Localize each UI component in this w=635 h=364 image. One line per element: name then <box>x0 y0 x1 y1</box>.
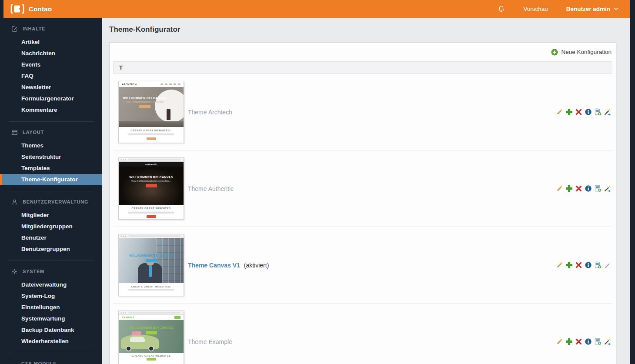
preview-link[interactable]: Vorschau <box>523 6 548 12</box>
sidebar-item-artikel[interactable]: Artikel <box>0 37 102 48</box>
duplicate-plus-icon[interactable] <box>565 108 573 116</box>
browser-dot <box>125 312 126 314</box>
sidebar-item-newsletter[interactable]: Newsletter <box>0 82 102 93</box>
thumb-site-header: authentic <box>119 162 184 167</box>
theme-row: ARCHTECH WILLKOMMEN BEI CANVAS Viele Far… <box>113 74 612 150</box>
sidebar-item-dateiverwaltung[interactable]: Dateiverwaltung <box>0 279 102 291</box>
sidebar-divider <box>9 260 94 261</box>
save-as-new-theme-icon[interactable] <box>594 338 602 346</box>
sidebar-item-mitglieder[interactable]: Mitglieder <box>0 210 102 221</box>
info-icon[interactable] <box>584 185 592 193</box>
delete-x-icon[interactable] <box>575 185 582 193</box>
edit-pencil-icon[interactable] <box>555 261 563 269</box>
page-title: Theme-Konfigurator <box>109 25 180 34</box>
sidebar-item-wiederherstellen[interactable]: Wiederherstellen <box>0 336 102 347</box>
thumb-car-wheel <box>148 346 154 351</box>
notifications-button[interactable] <box>498 5 505 13</box>
theme-thumbnail[interactable]: EXAMPLE WILLKOMMEN BEI CANVAS <box>118 311 184 364</box>
sidebar-header-system[interactable]: SYSTEM <box>0 267 102 276</box>
sidebar-header-inhalte[interactable]: INHALTE <box>0 24 102 33</box>
brand-name: Contao <box>29 5 52 13</box>
save-as-new-theme-icon[interactable] <box>594 108 602 116</box>
theme-row: authentic WILLKOMMEN BEI CANVAS Viele Fa… <box>113 150 612 227</box>
thumb-browser-bar <box>119 158 184 162</box>
sidebar-item-einstellungen[interactable]: Einstellungen <box>0 302 102 313</box>
thumb-hero: WILLKOMMEN BEI CANVAS <box>119 320 184 353</box>
chevron-down-icon <box>614 7 618 10</box>
section-label: LAYOUT <box>23 130 44 135</box>
delete-x-icon[interactable] <box>575 108 582 116</box>
theme-thumbnail[interactable]: WILLKOMMEN BEI CANVAS CREATE GREAT WEBSI… <box>118 234 184 296</box>
theme-active-suffix: (aktiviert) <box>244 262 269 269</box>
section-label: CTS-MODULE <box>21 361 57 364</box>
thumb-hero-button <box>139 105 150 108</box>
theme-name-link[interactable]: Theme Canvas V1 <box>188 262 240 269</box>
bell-icon <box>498 5 505 13</box>
theme-name-link[interactable]: Theme Example <box>188 338 232 345</box>
sidebar-item-templates[interactable]: Templates <box>0 163 102 174</box>
contao-logo-link[interactable]: Contao <box>3 4 52 14</box>
delete-x-icon[interactable] <box>575 261 582 269</box>
sidebar-item-mitgliedergruppen[interactable]: Mitgliedergruppen <box>0 221 102 232</box>
save-as-new-theme-icon[interactable] <box>594 261 602 269</box>
thumb-hero: WILLKOMMEN BEI CANVAS Viele Farbkombinat… <box>119 87 184 127</box>
group-header: T <box>113 61 612 74</box>
sidebar-item-faq[interactable]: FAQ <box>0 70 102 82</box>
sidebar-item-themes[interactable]: Themes <box>0 140 102 151</box>
sidebar-item-benutzergruppen[interactable]: Benutzergruppen <box>0 244 102 255</box>
user-menu-button[interactable]: Benutzer admin <box>566 6 618 12</box>
info-icon[interactable] <box>584 108 592 116</box>
activate-theme-wand-icon[interactable] <box>603 185 611 193</box>
sidebar-header-benutzerverwaltung[interactable]: BENUTZERVERWALTUNG <box>0 197 102 207</box>
theme-thumbnail[interactable]: ARCHTECH WILLKOMMEN BEI CANVAS Viele Far… <box>118 81 184 143</box>
sidebar-item-formulargenerator[interactable]: Formulargenerator <box>0 93 102 104</box>
sidebar-item-kommentare[interactable]: Kommentare <box>0 104 102 116</box>
sidebar-item-theme-konfigurator[interactable]: Theme-Konfigurator <box>0 174 102 185</box>
sidebar-section-layout: LAYOUT Themes Seitenstruktur Templates T… <box>0 127 102 185</box>
activate-theme-wand-icon[interactable] <box>603 108 611 116</box>
sidebar-item-nachrichten[interactable]: Nachrichten <box>0 48 102 59</box>
theme-row: EXAMPLE WILLKOMMEN BEI CANVAS <box>113 304 612 364</box>
edit-pencil-icon[interactable] <box>555 185 563 193</box>
duplicate-plus-icon[interactable] <box>565 185 573 193</box>
theme-name-link[interactable]: Theme Archtech <box>188 109 232 116</box>
delete-x-icon[interactable] <box>575 338 582 346</box>
thumb-text-lines <box>128 289 174 293</box>
row-actions <box>555 261 612 269</box>
preview-label: Vorschau <box>523 6 548 12</box>
thumb-lower-section: CREATE GREAT WEBSITES: <box>119 283 184 296</box>
duplicate-plus-icon[interactable] <box>565 261 573 269</box>
sidebar-header-layout[interactable]: LAYOUT <box>0 127 102 137</box>
thumb-site-logo: ARCHTECH <box>122 83 137 86</box>
sidebar: INHALTE Artikel Nachrichten Events FAQ N… <box>0 18 102 364</box>
new-configuration-button[interactable]: Neue Konfiguration <box>551 49 612 56</box>
sidebar-header-cts-module[interactable]: CTS-MODULE <box>0 359 102 364</box>
thumb-hero-title: WILLKOMMEN BEI CANVAS <box>119 97 170 100</box>
activate-theme-wand-icon[interactable] <box>603 338 611 346</box>
row-actions <box>555 108 612 116</box>
edit-pencil-icon[interactable] <box>555 108 563 116</box>
theme-thumbnail[interactable]: authentic WILLKOMMEN BEI CANVAS Viele Fa… <box>118 157 184 220</box>
sidebar-item-system-log[interactable]: System-Log <box>0 291 102 302</box>
browser-dot <box>123 159 124 160</box>
edit-pencil-icon[interactable] <box>555 338 563 346</box>
sidebar-item-events[interactable]: Events <box>0 59 102 70</box>
thumb-hero-figure <box>167 109 170 120</box>
info-icon[interactable] <box>584 338 592 346</box>
info-icon[interactable] <box>584 261 592 269</box>
sidebar-item-seitenstruktur[interactable]: Seitenstruktur <box>0 151 102 163</box>
thumb-hero-button <box>146 259 157 262</box>
theme-name-link[interactable]: Theme Authentic <box>188 185 234 192</box>
thumb-hero-subtitle: Viele Farbkombinationen einstellbar... <box>119 180 184 182</box>
browser-urlbar <box>128 159 180 160</box>
new-configuration-label: Neue Konfiguration <box>561 49 612 55</box>
sidebar-item-benutzer[interactable]: Benutzer <box>0 232 102 244</box>
duplicate-plus-icon[interactable] <box>565 338 573 346</box>
sidebar-item-systemwartung[interactable]: Systemwartung <box>0 313 102 324</box>
sidebar-item-backup-datenbank[interactable]: Backup Datenbank <box>0 324 102 336</box>
thumb-hero-text: WILLKOMMEN BEI CANVAS <box>119 254 184 262</box>
thumb-site-header: ARCHTECH <box>119 81 184 87</box>
thumb-hero-text: WILLKOMMEN BEI CANVAS <box>119 326 184 334</box>
browser-urlbar <box>128 235 180 237</box>
save-as-new-theme-icon[interactable] <box>594 185 602 193</box>
